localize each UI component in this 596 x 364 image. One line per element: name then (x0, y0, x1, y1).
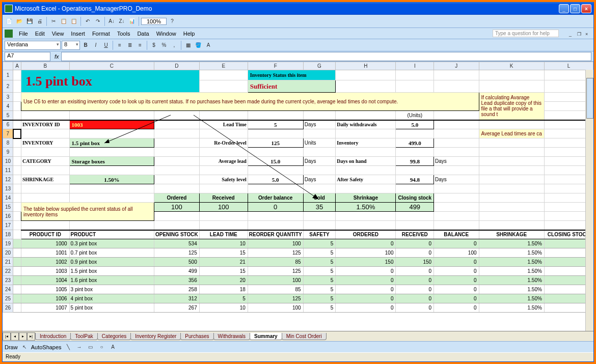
th-lead[interactable]: LEAD TIME (199, 230, 248, 239)
label-lead-time[interactable]: Lead Time (199, 120, 248, 129)
vertical-scrollbar[interactable] (585, 70, 593, 331)
sum-hdr-shrinkage[interactable]: Shrinkage (336, 193, 396, 203)
side-note-2[interactable]: Average Lead times are ca (479, 129, 544, 138)
tab-last-button[interactable]: ▸| (27, 332, 35, 341)
minimize-button[interactable]: _ (559, 4, 569, 13)
instruction-hint[interactable]: Use C6 to enter an exisiting inventory c… (21, 93, 479, 111)
item-title[interactable]: 1.5 pint box (21, 70, 199, 93)
col-header[interactable]: H (336, 62, 396, 70)
comma-icon[interactable]: , (170, 41, 179, 50)
col-header[interactable]: L (544, 62, 593, 70)
sheet-tab[interactable]: Inventory Register (130, 333, 181, 340)
align-center-icon[interactable]: ≣ (125, 41, 134, 50)
sum-hdr-ordered[interactable]: Ordered (154, 193, 199, 203)
th-received[interactable]: RECEIVED (396, 230, 434, 239)
col-header[interactable]: K (479, 62, 544, 70)
formula-bar[interactable] (61, 52, 591, 61)
value-after-safety[interactable]: 94.8 (396, 175, 434, 184)
sum-val-shrinkage[interactable]: 1.50% (336, 203, 396, 212)
sort-asc-icon[interactable]: A↓ (107, 17, 116, 26)
col-header[interactable]: E (199, 62, 248, 70)
units-header[interactable]: (Units) (396, 111, 434, 120)
cut-icon[interactable]: ✂ (49, 17, 58, 26)
tab-prev-button[interactable]: ◂ (11, 332, 19, 341)
select-all-corner[interactable] (3, 62, 13, 70)
menu-insert[interactable]: Insert (68, 30, 88, 38)
menu-edit[interactable]: Edit (32, 30, 48, 38)
status-header[interactable]: Inventory Status this item (248, 70, 335, 80)
sum-hdr-sold[interactable]: Sold (303, 193, 336, 203)
font-color-icon[interactable]: A (204, 41, 213, 50)
summary-note[interactable]: The table below supplied the current sta… (21, 203, 154, 221)
label-avg-lead[interactable]: Average lead (199, 157, 248, 166)
doc-restore-button[interactable]: ❐ (574, 30, 581, 37)
ask-question-box[interactable]: Type a question for help (493, 30, 559, 37)
col-header[interactable]: J (434, 62, 479, 70)
value-safety[interactable]: 5.0 (248, 175, 303, 184)
side-note-1[interactable]: If calculating Avarage Lead duplicate co… (479, 93, 544, 120)
value-reorder[interactable]: 125 (248, 138, 303, 148)
column-headers[interactable]: A B C D E F G H I J K L (3, 62, 593, 70)
value-lead-time[interactable]: 5 (248, 120, 303, 129)
copy-icon[interactable]: 📋 (59, 17, 68, 26)
sort-desc-icon[interactable]: Z↓ (117, 17, 126, 26)
th-safety[interactable]: SAFETY (303, 230, 336, 239)
value-inventory-id[interactable]: 1003 (69, 120, 154, 129)
zoom-box[interactable]: 100% (141, 18, 167, 25)
menu-window[interactable]: Window (153, 30, 179, 38)
th-product-id[interactable]: PRODUCT ID (21, 230, 69, 239)
table-row[interactable]: 2310041.6 pint box3562010050001.50% (3, 276, 593, 285)
col-header[interactable]: F (248, 62, 303, 70)
tab-first-button[interactable]: |◂ (3, 332, 11, 341)
sheet-tab[interactable]: Withdrawals (213, 333, 250, 340)
currency-icon[interactable]: $ (149, 41, 158, 50)
th-balance[interactable]: BALANCE (434, 230, 479, 239)
table-row[interactable]: 2610075 pint box2671010050001.50% (3, 303, 593, 313)
draw-menu[interactable]: Draw (5, 344, 18, 350)
menu-format[interactable]: Format (89, 30, 113, 38)
new-icon[interactable]: 📄 (5, 17, 14, 26)
col-header[interactable]: B (21, 62, 69, 70)
sheet-tab[interactable]: Min Cost Orderi (282, 333, 327, 340)
bold-button[interactable]: B (81, 41, 90, 50)
autoshapes-menu[interactable]: AutoShapes (31, 344, 62, 350)
sheet-tab[interactable]: Categories (97, 333, 131, 340)
arrow-icon[interactable]: → (75, 343, 84, 352)
col-header[interactable]: G (303, 62, 336, 70)
sum-val-received[interactable]: 100 (199, 203, 248, 212)
undo-icon[interactable]: ↶ (83, 17, 92, 26)
th-product[interactable]: PRODUCT (69, 230, 154, 239)
value-days-hand[interactable]: 99.8 (396, 157, 434, 166)
oval-icon[interactable]: ○ (97, 343, 106, 352)
percent-icon[interactable]: % (159, 41, 169, 50)
menu-view[interactable]: View (49, 30, 67, 38)
sum-hdr-closing[interactable]: Closing stock (396, 193, 434, 203)
italic-button[interactable]: I (91, 41, 100, 50)
value-inventory2[interactable]: 499.0 (396, 138, 434, 148)
align-left-icon[interactable]: ≡ (115, 41, 124, 50)
th-ordered[interactable]: ORDERED (336, 230, 396, 239)
name-box[interactable]: A7 (5, 52, 50, 61)
status-value[interactable]: Sufficient (248, 80, 335, 93)
save-icon[interactable]: 💾 (25, 17, 34, 26)
table-row[interactable]: 2510064 pint box312512550001.50% (3, 294, 593, 303)
label-days-hand[interactable]: Days on hand (336, 157, 396, 166)
label-inventory2[interactable]: Inventory (336, 138, 396, 148)
sum-hdr-received[interactable]: Received (199, 193, 248, 203)
label-inventory[interactable]: INVENTORY (21, 138, 69, 148)
maximize-button[interactable]: □ (570, 4, 580, 13)
th-shrinkage[interactable]: SHRINKAGE (479, 230, 544, 239)
line-icon[interactable]: ╲ (64, 343, 73, 352)
tab-next-button[interactable]: ▸ (19, 332, 27, 341)
print-icon[interactable]: 🖨 (35, 17, 44, 26)
table-row[interactable]: 2110020.9 pint box5002185515015001.50% (3, 258, 593, 267)
table-row[interactable]: 2410053 pint box258188550001.50% (3, 285, 593, 294)
value-inventory[interactable]: 1.5 pint box (69, 138, 154, 148)
col-header[interactable]: A (13, 62, 21, 70)
col-header[interactable]: D (154, 62, 199, 70)
borders-icon[interactable]: ▦ (183, 41, 193, 50)
menu-help[interactable]: Help (180, 30, 198, 38)
paste-icon[interactable]: 📋 (69, 17, 78, 26)
label-safety[interactable]: Safety level (199, 175, 248, 184)
sum-val-sold[interactable]: 35 (303, 203, 336, 212)
